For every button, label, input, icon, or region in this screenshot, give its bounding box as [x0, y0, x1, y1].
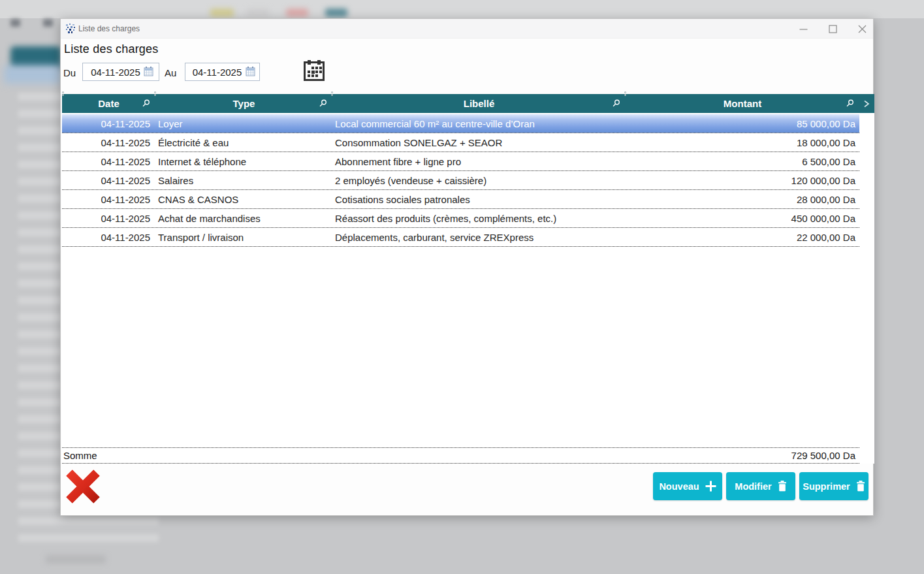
table-row[interactable]: 04-11-2025 CNAS & CASNOS Cotisations soc…: [62, 190, 859, 209]
cell-montant: 450 000,00 Da: [626, 213, 859, 224]
cell-type: Loyer: [155, 118, 332, 129]
cell-date: 04-11-2025: [62, 194, 155, 205]
cell-libelle: Cotisations sociales patronales: [332, 194, 626, 205]
column-label: Libellé: [464, 98, 495, 109]
nouveau-label: Nouveau: [659, 481, 699, 492]
app-icon: [65, 24, 76, 34]
table-header: Date Type Libellé: [62, 94, 874, 113]
column-label: Montant: [724, 98, 761, 109]
chevron-right-icon[interactable]: [863, 99, 870, 109]
search-icon[interactable]: [319, 99, 327, 108]
background-blurred-text: [46, 555, 106, 564]
maximize-button[interactable]: [821, 20, 844, 37]
summary-value: 729 500,00 Da: [791, 450, 859, 461]
supprimer-label: Supprimer: [803, 481, 850, 492]
minimize-icon: [799, 25, 808, 33]
cell-libelle: Déplacements, carburant, service ZREXpre…: [332, 232, 626, 243]
au-date-field[interactable]: [185, 63, 260, 81]
cell-date: 04-11-2025: [62, 213, 155, 224]
table-row[interactable]: 04-11-2025 Loyer Local commercial 60 m² …: [62, 114, 859, 133]
header-cell-type[interactable]: Type: [155, 94, 332, 113]
cell-montant: 22 000,00 Da: [626, 232, 859, 243]
cell-libelle: 2 employés (vendeuse + caissière): [332, 175, 626, 186]
titlebar[interactable]: Liste des charges: [61, 19, 873, 39]
background-blurred-icon: [43, 19, 53, 27]
search-icon[interactable]: [612, 99, 620, 108]
trash-icon: [856, 481, 865, 492]
background-top-strip: [0, 0, 924, 18]
table-body: 04-11-2025 Loyer Local commercial 60 m² …: [62, 114, 874, 247]
calendar-small-icon[interactable]: [246, 67, 255, 77]
table-row[interactable]: 04-11-2025 Électricité & eau Consommatio…: [62, 133, 859, 152]
action-buttons: Nouveau Modifier Supprimer: [653, 472, 868, 500]
search-icon[interactable]: [846, 99, 854, 108]
cell-libelle: Local commercial 60 m² au centre-ville d…: [332, 118, 626, 129]
titlebar-title: Liste des charges: [78, 24, 140, 33]
header-overflow[interactable]: [859, 94, 874, 113]
background-blurred-button-gray: [247, 8, 269, 17]
cell-libelle: Consommation SONELGAZ + SEAOR: [332, 137, 626, 148]
modifier-label: Modifier: [735, 481, 771, 492]
header-cell-date[interactable]: Date: [62, 94, 155, 113]
cell-libelle: Abonnement fibre + ligne pro: [332, 156, 626, 167]
minimize-button[interactable]: [792, 20, 814, 37]
background-blurred-icon: [10, 19, 20, 27]
cell-montant: 85 000,00 Da: [626, 118, 859, 129]
cell-montant: 28 000,00 Da: [626, 194, 859, 205]
close-button[interactable]: [851, 20, 873, 37]
cell-date: 04-11-2025: [62, 118, 155, 129]
background-blurred-button-red: [286, 8, 308, 17]
maximize-icon: [829, 25, 837, 33]
table-row[interactable]: 04-11-2025 Salaires 2 employés (vendeuse…: [62, 171, 859, 190]
table-row[interactable]: 04-11-2025 Transport / livraison Déplace…: [62, 228, 859, 247]
du-date-input[interactable]: [88, 67, 143, 78]
supprimer-button[interactable]: Supprimer: [799, 472, 868, 500]
cell-type: Achat de marchandises: [155, 213, 332, 224]
cell-date: 04-11-2025: [62, 232, 155, 243]
cell-type: CNAS & CASNOS: [155, 194, 332, 205]
calendar-icon: [302, 59, 327, 84]
background-blurred-button-yellow: [210, 8, 234, 17]
cell-date: 04-11-2025: [62, 137, 155, 148]
cancel-button[interactable]: [65, 468, 101, 505]
page-title: Liste des charges: [64, 42, 158, 56]
cell-date: 04-11-2025: [62, 156, 155, 167]
cell-libelle: Réassort des produits (crèmes, complémen…: [332, 213, 626, 224]
cell-date: 04-11-2025: [62, 175, 155, 186]
calendar-button[interactable]: [301, 58, 327, 84]
cell-montant: 18 000,00 Da: [626, 137, 859, 148]
calendar-small-icon[interactable]: [144, 67, 153, 77]
charges-table: Date Type Libellé: [62, 94, 874, 464]
du-label: Du: [63, 67, 76, 78]
background-blurred-strip: [4, 65, 61, 84]
column-label: Type: [233, 98, 255, 109]
cell-montant: 120 000,00 Da: [626, 175, 859, 186]
column-label: Date: [98, 98, 119, 109]
search-icon[interactable]: [142, 99, 150, 108]
plus-icon: [705, 481, 716, 492]
cell-type: Électricité & eau: [155, 137, 332, 148]
table-row[interactable]: 04-11-2025 Achat de marchandises Réassor…: [62, 209, 859, 228]
au-date-input[interactable]: [190, 67, 245, 78]
summary-label: Somme: [62, 450, 97, 461]
cancel-x-icon: [65, 468, 101, 505]
header-cell-libelle[interactable]: Libellé: [332, 94, 626, 113]
cell-type: Transport / livraison: [155, 232, 332, 243]
nouveau-button[interactable]: Nouveau: [653, 472, 722, 500]
du-date-field[interactable]: [82, 63, 159, 81]
cell-type: Internet & téléphone: [155, 156, 332, 167]
charges-dialog: Liste des charges Liste des charges Du A…: [60, 18, 874, 516]
table-row[interactable]: 04-11-2025 Internet & téléphone Abonneme…: [62, 152, 859, 171]
cell-type: Salaires: [155, 175, 332, 186]
summary-row: Somme 729 500,00 Da: [62, 447, 859, 464]
trash-icon: [778, 481, 787, 492]
modifier-button[interactable]: Modifier: [726, 472, 795, 500]
header-cell-montant[interactable]: Montant: [626, 94, 859, 113]
au-label: Au: [165, 67, 176, 78]
close-icon: [858, 25, 867, 33]
background-blurred-button-teal: [325, 8, 347, 17]
cell-montant: 6 500,00 Da: [626, 156, 859, 167]
